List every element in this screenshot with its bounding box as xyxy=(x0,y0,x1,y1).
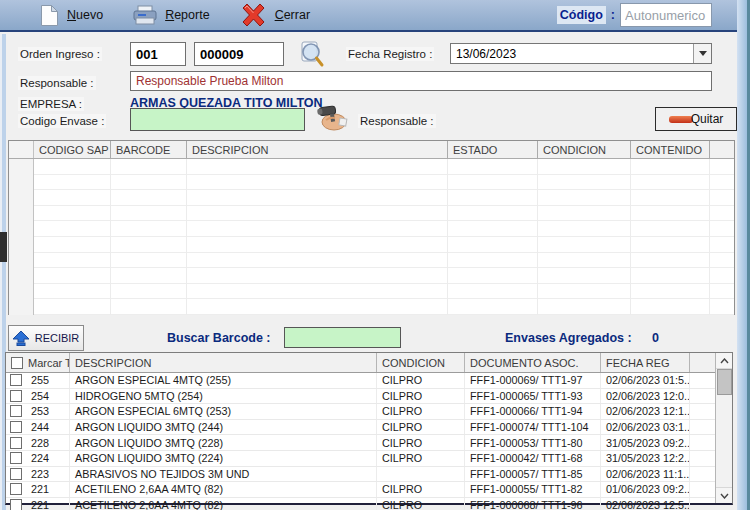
scrollbar-thumb[interactable] xyxy=(717,369,732,395)
empresa-label: EMPRESA : xyxy=(18,97,84,111)
row-spacer xyxy=(690,498,715,510)
col-descripcion[interactable]: DESCRIPCION xyxy=(70,353,377,372)
col-documento-asoc[interactable]: DOCUMENTO ASOC. xyxy=(465,353,601,372)
row-checkbox[interactable] xyxy=(10,483,22,495)
table-row[interactable]: 224ARGON LIQUIDO 3MTQ (224)CILPROFFF1-00… xyxy=(6,451,715,467)
reporte-button[interactable]: Reporte xyxy=(133,5,209,25)
buscar-barcode-input[interactable] xyxy=(284,327,401,348)
responsable2-label: Responsable : xyxy=(358,114,436,128)
row-codigo: 223 xyxy=(31,468,49,480)
table-row[interactable]: 221ACETILENO 2,6AA 4MTQ (82)CILPROFFF1-0… xyxy=(6,498,715,510)
row-descripcion: ARGON LIQUIDO 3MTQ (244) xyxy=(70,420,377,435)
codigo-envase-input[interactable] xyxy=(130,108,305,131)
row-fecha: 02/06/2023 01:5... xyxy=(601,373,690,388)
col-fecha-reg[interactable]: FECHA REG xyxy=(601,353,690,372)
row-checkbox[interactable] xyxy=(10,452,22,464)
codigo-separator: : xyxy=(611,8,615,22)
row-checkbox[interactable] xyxy=(10,499,22,510)
barcode-scanner-icon xyxy=(316,104,350,132)
codigo-label: Código xyxy=(557,6,606,24)
envases-agregados-count: 0 xyxy=(652,331,659,345)
row-checkbox[interactable] xyxy=(10,468,22,480)
close-icon xyxy=(240,2,267,28)
select-all-checkbox[interactable] xyxy=(11,357,23,369)
row-fecha: 02/06/2023 12:1... xyxy=(601,404,690,419)
detalle-table-body[interactable] xyxy=(9,159,734,315)
col-contenido[interactable]: CONTENIDO xyxy=(631,141,710,158)
fecha-registro-value: 13/06/2023 xyxy=(451,47,693,61)
row-checkbox[interactable] xyxy=(10,390,22,402)
row-condicion xyxy=(377,467,465,482)
row-fecha: 02/06/2023 12:0... xyxy=(601,389,690,404)
scroll-down-icon[interactable] xyxy=(716,487,732,503)
table-row[interactable]: 255ARGON ESPECIAL 4MTQ (255)CILPROFFF1-0… xyxy=(6,373,715,389)
toolbar-item-label: Nuevo xyxy=(67,8,103,22)
row-spacer xyxy=(690,420,715,435)
row-spacer xyxy=(690,373,715,388)
row-condicion: CILPRO xyxy=(377,435,465,450)
cerrar-button[interactable]: Cerrar xyxy=(240,2,310,28)
row-documento: FFF1-000065/ TTT1-93 xyxy=(465,389,601,404)
chevron-down-icon[interactable] xyxy=(693,44,711,63)
row-codigo: 224 xyxy=(31,452,49,464)
col-marcar-todos-label: Marcar Todos xyxy=(28,357,70,369)
table-row[interactable]: 253ARGON ESPECIAL 6MTQ (253)CILPROFFF1-0… xyxy=(6,404,715,420)
row-checkbox[interactable] xyxy=(10,405,22,417)
recibir-button[interactable]: RECIBIR xyxy=(8,325,84,351)
row-codigo: 244 xyxy=(31,421,49,433)
row-condicion: CILPRO xyxy=(377,373,465,388)
quitar-button[interactable]: Quitar xyxy=(655,107,737,131)
scroll-up-icon[interactable] xyxy=(716,353,732,369)
responsable-input[interactable] xyxy=(130,71,712,91)
row-fecha: 01/06/2023 09:2... xyxy=(601,482,690,497)
col-descripcion[interactable]: DESCRIPCION xyxy=(187,141,448,158)
row-checkbox[interactable] xyxy=(10,421,22,433)
row-select-cell: 228 xyxy=(6,435,70,450)
col-condicion[interactable]: CONDICION xyxy=(377,353,465,372)
toolbar-item-label: Reporte xyxy=(165,8,209,22)
orden-numero-input[interactable] xyxy=(194,42,284,66)
col-codigo-sap[interactable]: CODIGO SAP xyxy=(34,141,111,158)
vertical-scrollbar[interactable] xyxy=(715,353,732,503)
row-spacer xyxy=(690,389,715,404)
row-condicion: CILPRO xyxy=(377,498,465,510)
table-row[interactable]: 254HIDROGENO 5MTQ (254)CILPROFFF1-000065… xyxy=(6,389,715,405)
row-codigo: 228 xyxy=(31,437,49,449)
row-descripcion: ARGON ESPECIAL 6MTQ (253) xyxy=(70,404,377,419)
detalle-table: CODIGO SAP BARCODE DESCRIPCION ESTADO CO… xyxy=(8,140,735,315)
quitar-button-label: Quitar xyxy=(691,112,724,126)
table-row[interactable]: 244ARGON LIQUIDO 3MTQ (244)CILPROFFF1-00… xyxy=(6,420,715,436)
row-descripcion: ARGON LIQUIDO 3MTQ (224) xyxy=(70,451,377,466)
row-codigo: 254 xyxy=(31,390,49,402)
orden-serie-input[interactable] xyxy=(130,42,186,66)
row-checkbox[interactable] xyxy=(10,374,22,386)
quitar-minus-icon xyxy=(669,116,693,123)
row-documento: FFF1-000053/ TTT1-80 xyxy=(465,435,601,450)
row-descripcion: ABRASIVOS NO TEJIDOS 3M UND xyxy=(70,467,377,482)
table-row[interactable]: 223ABRASIVOS NO TEJIDOS 3M UNDFFF1-00005… xyxy=(6,467,715,483)
printer-icon xyxy=(133,5,157,25)
row-codigo: 253 xyxy=(31,405,49,417)
nuevo-button[interactable]: Nuevo xyxy=(40,4,103,27)
row-select-cell: 221 xyxy=(6,482,70,497)
row-fecha: 02/06/2023 12:5... xyxy=(601,498,690,510)
row-spacer xyxy=(690,451,715,466)
fecha-registro-combobox[interactable]: 13/06/2023 xyxy=(450,43,712,64)
row-fecha: 31/05/2023 09:2... xyxy=(601,435,690,450)
col-marcar-todos[interactable]: Marcar Todos xyxy=(6,353,70,372)
table-row[interactable]: 221ACETILENO 2,6AA 4MTQ (82)CILPROFFF1-0… xyxy=(6,482,715,498)
row-select-cell: 221 xyxy=(6,498,70,510)
app-window: Nuevo Reporte Cerrar Código : Orden Ingr… xyxy=(0,0,750,510)
col-barcode[interactable]: BARCODE xyxy=(111,141,187,158)
row-checkbox[interactable] xyxy=(10,437,22,449)
row-descripcion: HIDROGENO 5MTQ (254) xyxy=(70,389,377,404)
codigo-envase-label: Codigo Envase : xyxy=(18,114,106,128)
envases-table-header: Marcar Todos DESCRIPCION CONDICION DOCUM… xyxy=(6,353,715,373)
codigo-input[interactable] xyxy=(620,3,712,27)
col-estado[interactable]: ESTADO xyxy=(448,141,538,158)
detalle-table-header: CODIGO SAP BARCODE DESCRIPCION ESTADO CO… xyxy=(9,141,734,159)
table-row[interactable]: 228ARGON LIQUIDO 3MTQ (228)CILPROFFF1-00… xyxy=(6,435,715,451)
col-condicion[interactable]: CONDICION xyxy=(538,141,631,158)
col-spacer xyxy=(690,353,715,372)
search-document-icon[interactable] xyxy=(300,41,325,68)
